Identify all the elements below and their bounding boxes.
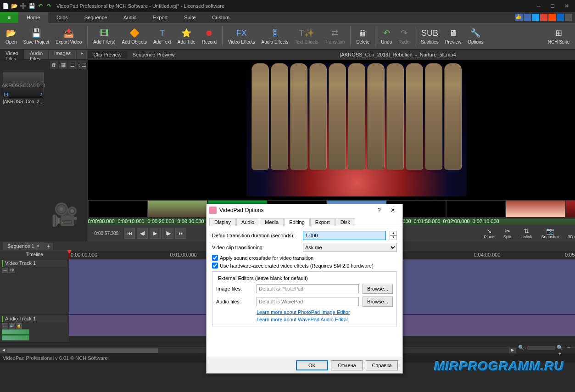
tab-custom[interactable]: Custom [204, 12, 238, 23]
reddit-icon[interactable] [548, 14, 556, 21]
tab-audio[interactable]: Audio [115, 12, 145, 23]
split-button[interactable]: ✂Split [500, 227, 515, 239]
zoom-fit-icon[interactable]: ↔ [565, 345, 573, 356]
scroll-right-button[interactable]: ▶ [509, 348, 516, 353]
spin-up-button[interactable]: ▲ [390, 231, 397, 235]
track-lock-icon[interactable]: 🔒 [16, 323, 22, 329]
facebook-icon[interactable] [524, 14, 531, 21]
tab-clip-preview[interactable]: Clip Preview [88, 51, 127, 58]
tab-sequence[interactable]: Sequence [76, 12, 116, 23]
add-title-button[interactable]: ⭐Add Title [175, 27, 198, 45]
snapshot-button[interactable]: 📷Snapshot [538, 227, 563, 239]
options-tab-audio[interactable]: Audio [236, 218, 259, 226]
track-solo-icon[interactable]: 🔊 [9, 323, 15, 329]
play-button[interactable]: ▶ [150, 228, 161, 239]
tab-audio-files[interactable]: Audio Files [24, 50, 49, 59]
like-icon[interactable]: 👍 [515, 14, 523, 21]
options-tab-editing[interactable]: Editing [284, 218, 310, 226]
record-button[interactable]: ⏺Record [199, 27, 219, 45]
spin-down-button[interactable]: ▼ [390, 235, 397, 240]
tab-images[interactable]: Images [49, 50, 77, 59]
3d-options-button[interactable]: ▮▮3D Options [564, 227, 575, 239]
twitter-icon[interactable] [532, 14, 539, 21]
tab-suite[interactable]: Suite [176, 12, 204, 23]
file-menu-button[interactable]: ≡ [0, 12, 18, 23]
dialog-close-button[interactable]: ✕ [386, 206, 400, 215]
zoom-in-icon[interactable]: 🔍+ [556, 345, 564, 356]
close-sequence-icon[interactable]: ✕ [36, 244, 40, 248]
tab-sequence-preview[interactable]: Sequence Preview [127, 51, 180, 58]
redo-icon[interactable]: ↷ [45, 2, 53, 10]
maximize-button[interactable]: ☐ [546, 1, 559, 11]
options-tab-disk[interactable]: Disk [335, 218, 355, 226]
audio-effects-button[interactable]: 🎛Audio Effects [259, 27, 291, 45]
goto-end-button[interactable]: ⏭ [175, 228, 186, 239]
transition-duration-input[interactable] [303, 231, 386, 240]
open-folder-icon[interactable]: 📂 [11, 2, 18, 10]
browse-image-button[interactable]: Browse... [363, 284, 393, 294]
tab-clips[interactable]: Clips [48, 12, 76, 23]
track-mute-icon[interactable]: — [2, 268, 8, 273]
open-button[interactable]: 📂Open [3, 27, 19, 45]
undo-icon[interactable]: ↶ [37, 2, 44, 10]
media-clip[interactable]: AKROSSCON2013♪🎞 [AKROSS_Con_2013]... [3, 73, 44, 104]
track-mute-icon[interactable]: — [2, 323, 8, 329]
undo-button[interactable]: ↶Undo [378, 27, 395, 45]
step-back-button[interactable]: ◀Ⅰ [137, 228, 148, 239]
unlink-button[interactable]: ⇅Unlink [517, 227, 536, 239]
add-files-button[interactable]: 🎞Add File(s) [90, 27, 118, 45]
save-project-button[interactable]: 💾Save Project [20, 27, 52, 45]
tab-export[interactable]: Export [145, 12, 176, 23]
video-effects-button[interactable]: FXVideo Effects [225, 27, 258, 45]
options-button[interactable]: 🔧Options [465, 27, 486, 45]
add-text-button[interactable]: TAdd Text [151, 27, 174, 45]
preview-button[interactable]: 🖥Preview [442, 27, 464, 45]
place-button[interactable]: ↘Place [480, 227, 498, 239]
tab-video-files[interactable]: Video Files (1) [0, 50, 24, 59]
video-transitioning-select[interactable]: Ask me [303, 243, 397, 252]
add-file-icon[interactable]: ➕ [19, 2, 27, 10]
delete-button[interactable]: 🗑Delete [353, 27, 372, 45]
zoom-out-icon[interactable]: 🔍- [518, 345, 526, 356]
subtitles-button[interactable]: SUBSubtitles [418, 27, 441, 45]
nch-suite-button[interactable]: ⊞NCH Suite [545, 27, 572, 45]
audio-editor-input[interactable] [257, 297, 359, 306]
options-tab-export[interactable]: Export [310, 218, 335, 226]
zoom-slider[interactable] [527, 346, 555, 350]
browse-audio-button[interactable]: Browse... [363, 297, 393, 307]
delete-clip-icon[interactable]: 🗑 [50, 61, 58, 69]
photopad-link[interactable]: Learn more about PhotoPad Image Editor [257, 309, 393, 315]
new-icon[interactable]: 📄 [2, 2, 9, 10]
dialog-help-button[interactable]: ? [372, 206, 386, 215]
scroll-left-button[interactable]: ◀ [0, 348, 7, 353]
options-tab-display[interactable]: Display [209, 218, 236, 226]
thumb-view-icon[interactable]: ▦ [59, 61, 67, 69]
track-fx-icon[interactable]: FX [9, 268, 15, 273]
minimize-button[interactable]: ─ [532, 1, 546, 11]
crossfade-checkbox[interactable] [212, 255, 218, 261]
goto-start-button[interactable]: ⏮ [124, 228, 135, 239]
close-button[interactable]: ✕ [559, 1, 573, 11]
image-editor-input[interactable] [257, 284, 359, 293]
cancel-button[interactable]: Отмена [331, 360, 363, 370]
scroll-thumb[interactable] [7, 348, 158, 353]
options-tab-media[interactable]: Media [260, 218, 284, 226]
list-view-icon[interactable]: ☰ [68, 61, 77, 69]
timeline-playhead[interactable] [69, 251, 69, 259]
share-icon[interactable] [565, 14, 572, 21]
sequence-tab[interactable]: Sequence 1✕ [3, 242, 45, 250]
googleplus-icon[interactable] [540, 14, 547, 21]
linkedin-icon[interactable] [557, 14, 564, 21]
add-objects-button[interactable]: 🔶Add Objects [119, 27, 150, 45]
step-forward-button[interactable]: Ⅰ▶ [162, 228, 173, 239]
hardware-accel-checkbox[interactable] [212, 263, 218, 269]
detail-view-icon[interactable]: ⋮☰ [78, 61, 86, 69]
save-icon[interactable]: 💾 [28, 2, 35, 10]
help-button[interactable]: Справка [366, 360, 398, 370]
tab-home[interactable]: Home [18, 12, 48, 23]
ok-button[interactable]: OK [296, 360, 328, 370]
add-tab-button[interactable]: + [77, 50, 87, 59]
wavepad-link[interactable]: Learn more about WavePad Audio Editor [257, 317, 393, 322]
add-sequence-button[interactable]: + [45, 243, 53, 250]
export-video-button[interactable]: 📤Export Video [53, 27, 84, 45]
